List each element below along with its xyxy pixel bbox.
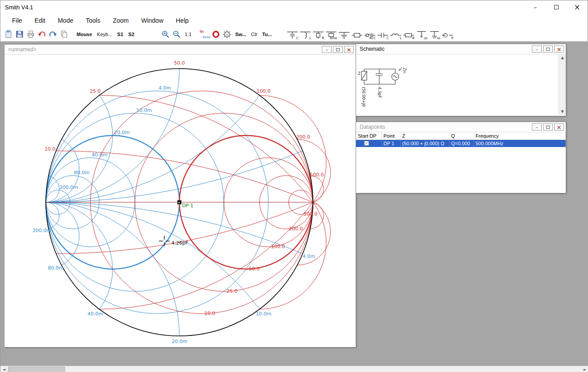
component-short-stub-button[interactable]: ss [428, 29, 441, 40]
maximize-icon [554, 5, 559, 9]
component-series-line-button[interactable] [351, 29, 363, 40]
schematic-canvas[interactable]: Z (50.00+j0 4.3pF Zin ▲ ▼ [356, 54, 566, 115]
mouse-mode-button[interactable]: Mouse [74, 29, 94, 40]
column-z[interactable]: Z [400, 132, 449, 139]
s1-button[interactable]: S1 [115, 29, 126, 40]
schematic-window-titlebar[interactable]: Schematic – × [356, 44, 566, 54]
scroll-down-icon[interactable]: ▼ [559, 108, 566, 115]
menu-tools[interactable]: Tools [80, 15, 107, 26]
maximize-icon [546, 48, 550, 51]
maximize-button[interactable] [546, 0, 567, 14]
component-shunt-stub-button[interactable] [338, 29, 350, 40]
minimize-button[interactable]: – [525, 0, 546, 14]
series-inductor-icon: L [389, 29, 402, 40]
start-dp-checkbox[interactable]: ✓ [364, 141, 369, 146]
minimize-button[interactable]: – [322, 46, 332, 53]
scroll-up-icon[interactable]: ▲ [559, 54, 566, 61]
zoom-in-button[interactable] [160, 29, 171, 40]
target-circle-button[interactable] [211, 29, 221, 40]
component-shunt-inductor-button[interactable]: L [299, 29, 312, 40]
component-letter: ss [437, 36, 441, 39]
keyboard-mode-button[interactable]: Keyb... [95, 29, 114, 40]
component-shunt-line-button[interactable]: Line [325, 29, 337, 40]
shunt-line-icon: Line [325, 29, 337, 40]
gear-icon [223, 30, 231, 39]
zin-label: Zin [402, 68, 406, 74]
datapoints-window-titlebar[interactable]: Datapoints – × [356, 122, 566, 132]
scroll-right-icon[interactable]: ► [581, 366, 588, 372]
minimize-icon: – [535, 46, 538, 52]
port-icon: P [441, 29, 454, 40]
menu-file[interactable]: File [6, 15, 28, 26]
chart-label: 4.0m [303, 253, 315, 259]
component-series-rlc-button[interactable]: RLC [364, 29, 376, 40]
open-stub-icon: os [415, 29, 428, 40]
minimize-button[interactable]: – [532, 45, 542, 53]
smith-chart[interactable]: 10.025.050.0100.0200.0500.010.025.050.01… [4, 55, 356, 347]
minimize-button[interactable]: – [532, 123, 542, 131]
menu-edit[interactable]: Edit [28, 15, 52, 26]
zoom-out-button[interactable] [171, 29, 182, 40]
titlebar[interactable]: Smith V4.1 – × [0, 0, 588, 14]
column-q[interactable]: Q [449, 132, 474, 139]
close-button[interactable]: × [554, 45, 564, 53]
column-point[interactable]: Point [381, 132, 400, 139]
chart-label: 200.0m [59, 184, 78, 190]
scroll-left-icon[interactable]: ◄ [0, 366, 8, 372]
impedance-value-label: (50.00+j0 [361, 87, 366, 107]
datapoint-row[interactable]: ✓ DP 1 (50.000 + j0.000) Ω Q=0.000 500.0… [356, 139, 566, 147]
maximize-button[interactable] [543, 123, 553, 131]
maximize-icon [336, 48, 340, 51]
shunt-resistor-icon: R [312, 29, 324, 40]
capacitor-symbol[interactable] [376, 69, 383, 84]
component-series-inductor-button[interactable]: L [389, 29, 402, 40]
schematic-vscrollbar[interactable]: ▲ ▼ [559, 54, 566, 115]
sweep-button[interactable]: Sw... [233, 29, 248, 40]
close-icon: × [574, 3, 580, 12]
menu-mode[interactable]: Mode [52, 15, 80, 26]
maximize-button[interactable] [543, 45, 553, 53]
chart-label: 4.0m [158, 85, 171, 91]
datapoint-marker[interactable] [178, 200, 182, 204]
column-frequency[interactable]: Frequency [474, 132, 566, 139]
new-file-button[interactable] [3, 29, 14, 40]
redo-button[interactable] [48, 29, 58, 40]
datapoints-window: Datapoints – × Start DP Point Z Q [356, 122, 566, 193]
scrollbar-thumb[interactable] [8, 367, 65, 372]
chart-label: 80.0m [74, 170, 89, 176]
tune-button[interactable]: Tu... [260, 29, 274, 40]
close-button[interactable]: × [344, 46, 354, 53]
zoom-one-to-one-button[interactable]: 1:1 [182, 29, 194, 40]
component-series-capacitor-button[interactable]: C [377, 29, 389, 40]
component-toolbar: CLRLineRLCCLRosssP [286, 29, 454, 40]
column-start-dp[interactable]: Start DP [356, 132, 381, 139]
shunt-inductor-icon: L [299, 29, 312, 40]
component-shunt-resistor-button[interactable]: R [312, 29, 324, 40]
scale-settings-button[interactable]: Sc SHxt [199, 29, 210, 40]
save-button[interactable] [14, 29, 25, 40]
menu-zoom[interactable]: Zoom [106, 15, 135, 26]
undo-button[interactable] [36, 29, 47, 40]
close-button[interactable]: × [567, 0, 588, 14]
cursor-value-label: 4.26pF [171, 240, 188, 246]
smith-window-titlebar[interactable]: <unnamed> – × [4, 45, 356, 55]
copy-button[interactable] [59, 29, 69, 40]
clear-button[interactable]: Clr [249, 29, 260, 40]
component-open-stub-button[interactable]: os [415, 29, 428, 40]
s2-button[interactable]: S2 [126, 29, 137, 40]
component-shunt-capacitor-button[interactable]: C [286, 29, 299, 40]
horizontal-scrollbar[interactable]: ◄ ► [0, 366, 588, 372]
menu-window[interactable]: Window [135, 15, 170, 26]
chart-label: 500.0 [310, 172, 324, 178]
print-button[interactable] [25, 29, 36, 40]
menu-help[interactable]: Help [170, 15, 195, 26]
settings-button[interactable] [222, 29, 232, 40]
datapoints-window-controls: – × [532, 123, 564, 131]
component-port-button[interactable]: P [441, 29, 454, 40]
sine-icon [393, 76, 397, 78]
maximize-icon [546, 126, 550, 129]
maximize-button[interactable] [333, 46, 343, 53]
close-button[interactable]: × [554, 123, 564, 131]
component-series-resistor-button[interactable]: R [402, 29, 415, 40]
chart-label: 10.0m [136, 107, 152, 113]
